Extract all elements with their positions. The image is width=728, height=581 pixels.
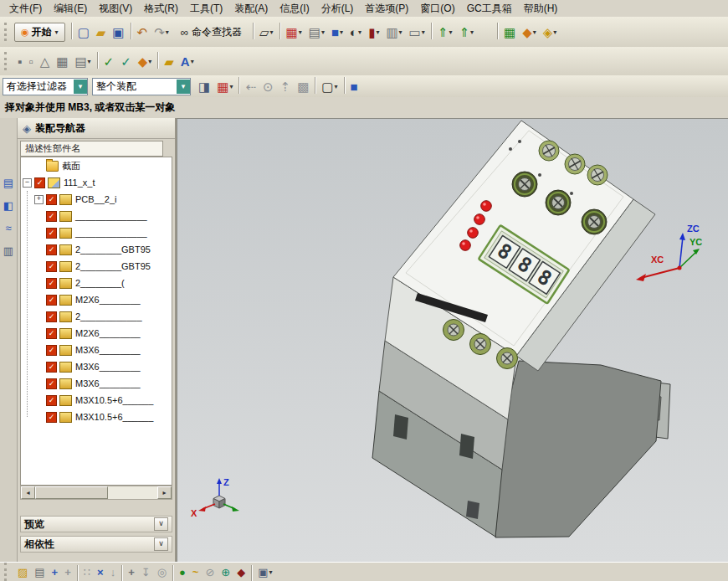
shaded-tool-button[interactable]: ⊙▾ xyxy=(259,75,277,97)
start-button[interactable]: ◉ 开始 ▾ xyxy=(14,23,65,42)
pin-button[interactable]: ↧▾ xyxy=(138,563,154,581)
chevron-down-icon[interactable]: ▾ xyxy=(148,58,151,65)
web-browser-palette-button[interactable]: ≈ xyxy=(5,222,11,234)
3d-scene[interactable]: 8 8 8 XC YC ZC xyxy=(177,119,728,563)
selection-scope-select[interactable]: 整个装配 ▾ xyxy=(92,78,191,95)
chevron-down-icon[interactable]: ▾ xyxy=(376,28,379,36)
orient-view-button[interactable]: ■▾ xyxy=(328,21,346,43)
filter-color-button[interactable]: ▦▾ xyxy=(213,75,236,97)
add-point-button[interactable]: +▾ xyxy=(61,563,74,581)
scroll-thumb[interactable] xyxy=(35,486,108,499)
menu-edit[interactable]: 编辑(E) xyxy=(48,0,93,18)
menu-analysis[interactable]: 分析(L) xyxy=(315,0,360,18)
scroll-right-button[interactable]: ▸ xyxy=(157,486,172,499)
visibility-checkbox[interactable] xyxy=(46,261,57,272)
import-button[interactable]: ⇑▾ xyxy=(434,21,456,43)
verify-sketch-button[interactable]: ✓▾ xyxy=(100,50,118,72)
layer-stack-button[interactable]: ▤▾ xyxy=(71,50,94,72)
tree-item-111-x-t[interactable]: − 111_x_t xyxy=(21,174,172,191)
chevron-down-icon[interactable]: ▾ xyxy=(191,58,194,65)
chevron-down-icon[interactable]: ▾ xyxy=(399,28,402,36)
midpoint-snap-button[interactable]: ◆▾ xyxy=(233,563,249,581)
pattern-button[interactable]: ▩▾ xyxy=(294,75,312,97)
chevron-down-icon[interactable]: ▾ xyxy=(74,80,87,94)
menu-gc-toolbox[interactable]: GC工具箱 xyxy=(461,0,518,18)
visibility-checkbox[interactable] xyxy=(46,362,57,373)
tree-item-m3x6-1[interactable]: M3X6________ xyxy=(21,342,172,358)
show-hide-button[interactable]: ▭▾ xyxy=(406,21,428,43)
menu-view[interactable]: 视图(V) xyxy=(93,0,138,18)
expander-toggle[interactable]: − xyxy=(23,178,32,188)
visibility-checkbox[interactable] xyxy=(46,378,57,389)
datum-grid-button[interactable]: ▦▾ xyxy=(500,21,519,43)
visibility-checkbox[interactable] xyxy=(46,295,57,306)
prev-view-button[interactable]: ⇠▾ xyxy=(242,75,259,97)
toolbar-grip[interactable] xyxy=(4,23,11,41)
dependencies-section-header[interactable]: 相依性 ∨ xyxy=(20,536,172,553)
tree-item-sections[interactable]: 截面 xyxy=(21,157,172,174)
toolbar-grip[interactable] xyxy=(4,52,11,70)
visibility-checkbox[interactable] xyxy=(46,328,57,339)
chevron-down-icon[interactable]: ▾ xyxy=(177,80,190,94)
chevron-down-icon[interactable]: ▾ xyxy=(269,568,273,576)
tree-item-part-8[interactable]: 2________( xyxy=(21,275,172,291)
quadrant-snap-button[interactable]: ⊕▾ xyxy=(218,563,233,581)
menu-help[interactable]: 帮助(H) xyxy=(518,0,564,18)
visibility-checkbox[interactable] xyxy=(46,211,57,222)
sketch-button[interactable]: ▱▾ xyxy=(256,21,277,43)
tree-item-gbt95-2[interactable]: 2________GBT95 xyxy=(21,258,172,275)
visibility-checkbox[interactable] xyxy=(46,311,57,322)
graphics-window[interactable]: 8 8 8 XC YC ZC xyxy=(177,118,728,563)
sheet-button[interactable]: ▤▾ xyxy=(31,563,48,581)
menu-assemblies[interactable]: 装配(A) xyxy=(228,0,274,18)
tree-item-m3x6-3[interactable]: M3X6________ xyxy=(21,375,172,392)
tree-item-m2x6-1[interactable]: M2X6________ xyxy=(21,291,172,308)
tree-item-pcb-2[interactable]: + PCB__2_i xyxy=(21,191,172,208)
redo-button[interactable]: ↷▾ xyxy=(151,21,172,43)
chevron-down-icon[interactable]: ▾ xyxy=(422,28,425,36)
chevron-down-icon[interactable]: ▾ xyxy=(299,28,302,36)
chevron-down-icon[interactable]: ∨ xyxy=(154,517,168,531)
annotation-button[interactable]: ▰▾ xyxy=(161,50,177,72)
chevron-down-icon[interactable]: ▾ xyxy=(340,28,343,36)
panel-toggle-button[interactable]: ▣▾ xyxy=(254,563,275,581)
tree-item-m3x10-1[interactable]: M3X10.5+6______ xyxy=(21,392,172,409)
tree-item-part-4[interactable]: ______________ xyxy=(21,208,172,224)
tree-item-m2x6-2[interactable]: M2X6________ xyxy=(21,325,172,342)
visibility-checkbox[interactable] xyxy=(46,345,57,356)
column-header-part-name[interactable]: 描述性部件名 xyxy=(20,141,163,157)
grid-display-button[interactable]: ▦▾ xyxy=(53,50,71,72)
chevron-down-icon[interactable]: ▾ xyxy=(449,28,452,36)
chevron-down-icon[interactable]: ∨ xyxy=(154,537,168,551)
export-button[interactable]: ⇑▾ xyxy=(455,21,477,43)
display-mode-button[interactable]: ▫▾ xyxy=(25,50,36,72)
chevron-down-icon[interactable]: ▾ xyxy=(335,83,338,90)
rect-select-button[interactable]: ▢▾ xyxy=(318,75,341,97)
work-section-button[interactable]: ■▾ xyxy=(347,75,361,97)
object-display-button[interactable]: ▪▾ xyxy=(14,50,25,72)
visibility-checkbox[interactable] xyxy=(46,395,57,406)
curve-snap-button[interactable]: ~▾ xyxy=(189,563,203,581)
save-button[interactable]: ▣▾ xyxy=(109,21,127,43)
chevron-down-icon[interactable]: ▾ xyxy=(533,28,536,36)
visibility-checkbox[interactable] xyxy=(46,244,57,255)
visibility-checkbox[interactable] xyxy=(46,228,57,239)
gc-tools-button[interactable]: ◆▾ xyxy=(519,21,540,43)
history-palette-button[interactable]: ◧ xyxy=(3,199,13,212)
edit-sketch-button[interactable]: ▨▾ xyxy=(14,563,31,581)
chevron-down-icon[interactable]: ▾ xyxy=(270,28,274,36)
move-component-button[interactable]: ▥▾ xyxy=(382,21,405,43)
snap-grid-toggle-button[interactable]: ∷▾ xyxy=(80,563,94,581)
target-point-button[interactable]: ◎▾ xyxy=(154,563,170,581)
no-snap-button[interactable]: ⊘▾ xyxy=(202,563,218,581)
tree-item-part-5[interactable]: ______________ xyxy=(21,224,172,241)
chevron-down-icon[interactable]: ▾ xyxy=(321,28,325,36)
undo-button[interactable]: ↶▾ xyxy=(134,21,151,43)
roles-palette-button[interactable]: ▤ xyxy=(3,177,13,189)
scroll-left-button[interactable]: ◂ xyxy=(21,486,35,499)
selection-filter-select[interactable]: 有选择过滤器 ▾ xyxy=(3,78,88,95)
tree-item-part-10[interactable]: 2____________ xyxy=(21,308,172,325)
render-style-button[interactable]: ◐▾ xyxy=(346,21,365,43)
open-file-button[interactable]: ▰▾ xyxy=(93,21,110,43)
scroll-track[interactable] xyxy=(35,486,157,499)
